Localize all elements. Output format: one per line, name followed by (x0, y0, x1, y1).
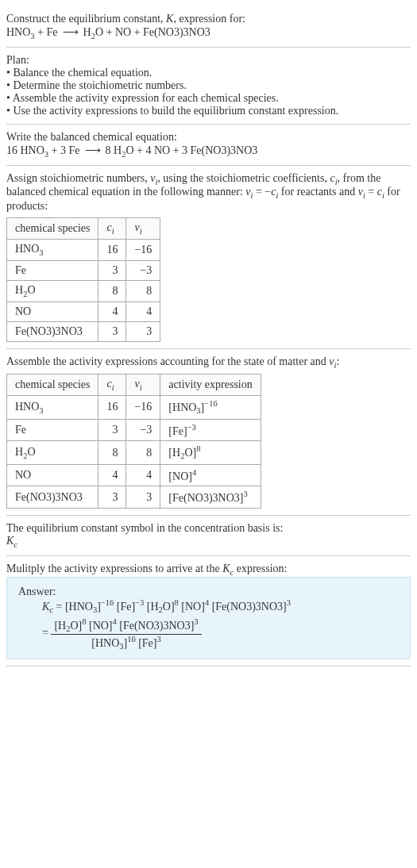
species: Fe(NO3)3NO3 (143, 26, 210, 38)
sup: 3 (157, 635, 161, 643)
cell: Fe (7, 419, 98, 441)
cell: −16 (126, 239, 160, 260)
balanced-section: Write the balanced chemical equation: 16… (6, 125, 411, 166)
cell: HNO3 (7, 396, 98, 419)
cell: 8 (98, 280, 126, 301)
stoich-table: chemical species ci νi HNO3 16 −16 Fe 3 … (6, 217, 160, 341)
species: HNO (15, 243, 39, 255)
cell: 3 (98, 260, 126, 280)
plus: + (170, 144, 182, 156)
cell: 4 (126, 301, 160, 321)
sup: 16 (127, 635, 136, 643)
species: HNO (15, 401, 39, 413)
expr: [HNO (168, 401, 196, 413)
col-header: chemical species (7, 374, 98, 396)
cell: H2O (7, 441, 98, 464)
table-row: Fe 3 −3 [Fe]−3 (7, 419, 261, 441)
cell: [Fe]−3 (160, 419, 261, 441)
balanced-title: Write the balanced chemical equation: (6, 131, 411, 144)
coef: 16 (6, 144, 21, 156)
term: [HNO (91, 636, 119, 648)
cell: [HNO3]−16 (160, 396, 261, 419)
cell: 16 (98, 239, 126, 260)
plus: + (35, 26, 47, 38)
sup: −3 (187, 423, 196, 432)
col-header: ci (98, 374, 126, 396)
col-header: activity expression (160, 374, 261, 396)
prompt-line: Construct the equilibrium constant, K, e… (6, 13, 411, 25)
cell: HNO3 (7, 239, 98, 260)
term: [NO] (181, 600, 205, 612)
text: : (336, 355, 339, 367)
sup: 4 (113, 617, 117, 626)
plus: + (131, 26, 143, 38)
sup: −16 (204, 399, 217, 408)
cell: 3 (126, 321, 160, 341)
cell: Fe(NO3)3NO3 (7, 321, 98, 341)
cell: 8 (126, 280, 160, 301)
species: Fe(NO3)3NO3 (191, 144, 258, 156)
sub: i (112, 227, 114, 236)
K-symbol: K (166, 13, 173, 25)
eq: = (42, 627, 51, 639)
sub: i (112, 383, 114, 392)
table-row: HNO3 16 −16 (7, 239, 160, 260)
text: Assemble the activity expressions accoun… (6, 355, 329, 367)
cell: Fe(NO3)3NO3 (7, 486, 98, 509)
text: Mulitply the activity expressions to arr… (6, 563, 222, 574)
numerator: [H2O]8 [NO]4 [Fe(NO3)3NO3]3 (51, 617, 201, 634)
plan-title: Plan: (6, 54, 411, 67)
text: , using the stoichiometric coefficients, (157, 172, 330, 184)
sup: −16 (101, 598, 114, 607)
table-header-row: chemical species ci νi activity expressi… (7, 374, 261, 396)
K: K (222, 563, 230, 574)
text: , expression for: (173, 13, 245, 25)
arrow-icon: ⟶ (58, 26, 83, 38)
cell: H2O (7, 280, 98, 301)
table-row: H2O 8 8 (7, 280, 160, 301)
cell: −16 (126, 396, 160, 419)
sup: 3 (194, 617, 198, 626)
coef: 3 (60, 144, 69, 156)
balanced-equation: 16 HNO3 + 3 Fe⟶8 H2O + 4 NO + 3 Fe(NO3)3… (6, 144, 411, 159)
assign-section: Assign stoichiometric numbers, νi, using… (6, 166, 411, 349)
cell: Fe (7, 260, 98, 280)
species: O (125, 144, 133, 156)
sup: 8 (196, 444, 200, 453)
activity-section: Assemble the activity expressions accoun… (6, 349, 411, 516)
final-text: Mulitply the activity expressions to arr… (6, 563, 411, 577)
symbol-section: The equilibrium constant symbol in the c… (6, 516, 411, 556)
term: O] (70, 620, 82, 632)
sub: i (140, 383, 142, 392)
cell: 16 (98, 396, 126, 419)
cell: NO (7, 464, 98, 486)
table-header-row: chemical species ci νi (7, 218, 160, 240)
sup: −3 (135, 598, 144, 607)
term: [Fe] (117, 600, 135, 612)
col-header: chemical species (7, 218, 98, 240)
text: Assign stoichiometric numbers, (6, 172, 150, 184)
term: O] (163, 600, 175, 612)
arrow-icon: ⟶ (80, 144, 106, 156)
table-row: H2O 8 8 [H2O]8 (7, 441, 261, 464)
K: K (6, 535, 14, 547)
table-row: Fe 3 −3 (7, 260, 160, 280)
expr: [H (168, 447, 180, 459)
cell: 4 (98, 464, 126, 486)
term: [HNO (65, 600, 93, 612)
plus: + (48, 144, 60, 156)
coef: 4 (145, 144, 154, 156)
sup: 4 (205, 598, 209, 607)
cell: 4 (98, 301, 126, 321)
cell: 8 (98, 441, 126, 464)
intro-section: Construct the equilibrium constant, K, e… (6, 6, 411, 48)
sub: 3 (39, 248, 43, 257)
assign-text: Assign stoichiometric numbers, νi, using… (6, 172, 411, 213)
col-header: ci (98, 218, 126, 240)
activity-title: Assemble the activity expressions accoun… (6, 355, 411, 370)
cell: [Fe(NO3)3NO3]3 (160, 486, 261, 509)
table-row: HNO3 16 −16 [HNO3]−16 (7, 396, 261, 419)
plan-bullet: • Use the activity expressions to build … (6, 105, 411, 117)
term: [Fe(NO3)3NO3] (212, 600, 287, 612)
expr: O] (184, 447, 196, 459)
